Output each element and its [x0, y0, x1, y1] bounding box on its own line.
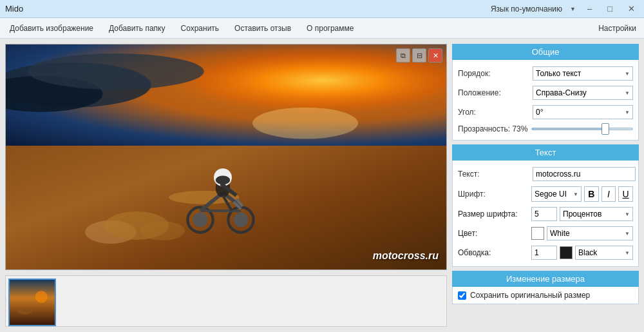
- svg-point-4: [252, 108, 358, 139]
- outline-label: Обводка:: [458, 248, 529, 257]
- paste-icon[interactable]: ⊟: [412, 48, 426, 63]
- right-panel: Общие Порядок: Только текст Под изображе…: [452, 44, 639, 327]
- thumbnail-item[interactable]: [8, 278, 56, 326]
- size-row: Размер шрифта: Процентов Пикселей Пункто…: [458, 204, 633, 224]
- transparency-thumb[interactable]: [601, 123, 609, 135]
- size-input[interactable]: [531, 207, 557, 221]
- image-area: ⧉ ⊟ ✕ motocross.ru: [5, 44, 447, 270]
- svg-point-8: [193, 213, 207, 227]
- settings-link[interactable]: Настройки: [598, 24, 641, 33]
- size-label: Размер шрифта:: [458, 210, 529, 219]
- svg-point-3: [28, 54, 204, 90]
- size-unit-select[interactable]: Процентов Пикселей Пунктов: [560, 208, 632, 220]
- svg-point-24: [35, 291, 48, 303]
- underline-button[interactable]: U: [618, 186, 633, 202]
- color-select-wrapper[interactable]: White Black Red Blue: [547, 226, 633, 240]
- chevron-down-icon[interactable]: ▼: [570, 6, 576, 12]
- font-select-wrapper[interactable]: Segoe UI Arial Times New Roman: [531, 186, 582, 202]
- text-section-header: Текст: [452, 144, 639, 161]
- menu-buttons: Добавить изображение Добавить папку Сохр…: [3, 21, 361, 36]
- keep-size-label[interactable]: Сохранить оригинальный размер: [470, 291, 590, 300]
- text-section-body: Текст: Шрифт: Segoe UI Arial Times New R…: [452, 161, 639, 267]
- angle-select[interactable]: 0° 45° 90° 135° 180°: [533, 106, 632, 119]
- titlebar: Mido Язык по-умолчанию ▼ – □ ✕: [0, 0, 644, 18]
- font-label: Шрифт:: [458, 190, 529, 199]
- color-label: Цвет:: [458, 229, 529, 238]
- image-background: [6, 44, 446, 269]
- svg-point-9: [234, 213, 248, 227]
- restore-button[interactable]: □: [603, 3, 616, 15]
- color-swatch: [531, 227, 544, 240]
- keep-size-checkbox[interactable]: [458, 291, 466, 300]
- order-row: Порядок: Только текст Под изображением Н…: [458, 64, 633, 83]
- outline-size-input[interactable]: [531, 246, 557, 260]
- position-select-wrapper[interactable]: Справа-Снизу Слева-Снизу Справа-Сверху С…: [533, 86, 633, 100]
- order-label: Порядок:: [458, 69, 529, 78]
- italic-button[interactable]: I: [601, 186, 616, 202]
- general-section-body: Порядок: Только текст Под изображением Н…: [452, 60, 639, 141]
- copy-icon[interactable]: ⧉: [396, 48, 410, 63]
- text-label: Текст:: [458, 170, 529, 179]
- delete-icon[interactable]: ✕: [428, 48, 442, 63]
- transparency-row: Прозрачность: 73%: [458, 122, 633, 136]
- outline-color-wrapper[interactable]: Black White Red: [575, 246, 633, 260]
- font-row: Шрифт: Segoe UI Arial Times New Roman B …: [458, 184, 633, 204]
- angle-label: Угол:: [458, 108, 529, 117]
- save-button[interactable]: Сохранить: [173, 21, 226, 36]
- transparency-slider[interactable]: [531, 128, 633, 130]
- color-select[interactable]: White Black Red Blue: [547, 227, 632, 240]
- angle-select-wrapper[interactable]: 0° 45° 90° 135° 180°: [533, 105, 633, 119]
- left-panel: ⧉ ⊟ ✕ motocross.ru: [5, 44, 447, 327]
- position-row: Положение: Справа-Снизу Слева-Снизу Спра…: [458, 83, 633, 103]
- order-select-wrapper[interactable]: Только текст Под изображением Над изобра…: [533, 66, 633, 81]
- about-button[interactable]: О программе: [299, 21, 361, 36]
- thumbnail-strip: [5, 275, 447, 327]
- add-folder-button[interactable]: Добавить папку: [102, 21, 172, 36]
- bold-button[interactable]: B: [584, 186, 599, 202]
- position-select[interactable]: Справа-Снизу Слева-Снизу Справа-Сверху С…: [533, 86, 632, 99]
- font-select[interactable]: Segoe UI Arial Times New Roman: [532, 187, 581, 201]
- add-image-button[interactable]: Добавить изображение: [3, 21, 100, 36]
- outline-color-swatch: [560, 246, 573, 259]
- svg-rect-23: [10, 280, 55, 325]
- rider-illustration: [173, 152, 263, 242]
- text-input[interactable]: [533, 167, 636, 181]
- order-select[interactable]: Только текст Под изображением Над изобра…: [533, 67, 632, 80]
- minimize-button[interactable]: –: [583, 3, 596, 15]
- outline-color-select[interactable]: Black White Red: [576, 246, 632, 259]
- lang-selector[interactable]: Язык по-умолчанию: [491, 5, 562, 14]
- size-unit-wrapper[interactable]: Процентов Пикселей Пунктов: [560, 207, 633, 221]
- leave-review-button[interactable]: Оставить отзыв: [227, 21, 298, 36]
- keep-size-row: Сохранить оригинальный размер: [452, 287, 639, 304]
- transparency-label: Прозрачность: 73%: [458, 124, 527, 133]
- outline-row: Обводка: Black White Red: [458, 243, 633, 262]
- svg-point-25: [17, 308, 32, 314]
- angle-row: Угол: 0° 45° 90° 135° 180°: [458, 103, 633, 122]
- position-label: Положение:: [458, 88, 529, 97]
- general-section-header: Общие: [452, 44, 639, 60]
- menubar: Добавить изображение Добавить папку Сохр…: [0, 18, 644, 39]
- main-content: ⧉ ⊟ ✕ motocross.ru: [0, 39, 644, 332]
- watermark-text: motocross.ru: [373, 250, 439, 262]
- image-toolbar: ⧉ ⊟ ✕: [396, 48, 442, 63]
- color-row: Цвет: White Black Red Blue: [458, 224, 633, 243]
- app-title: Mido: [5, 4, 23, 14]
- close-button[interactable]: ✕: [624, 3, 639, 15]
- resize-section-header[interactable]: Изменение размера: [452, 271, 639, 287]
- text-row: Текст:: [458, 164, 633, 184]
- thumbnail-preview: [10, 280, 55, 325]
